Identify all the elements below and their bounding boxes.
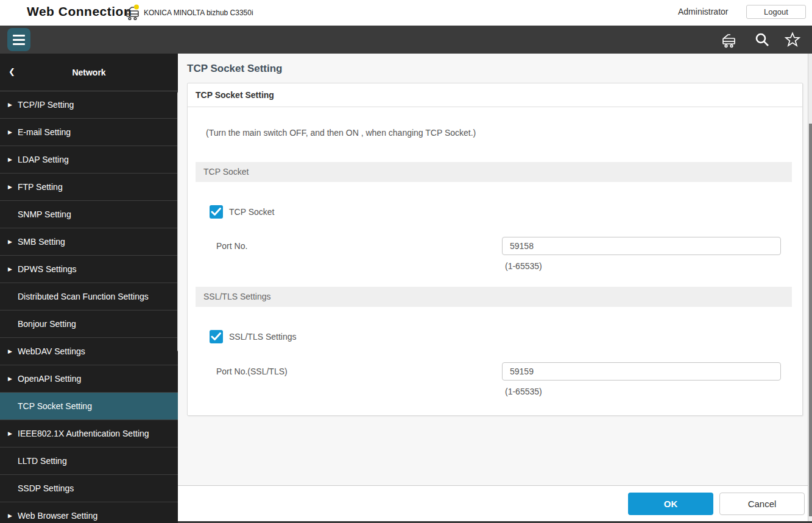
expand-arrow-icon: ▶ bbox=[8, 102, 12, 108]
sidebar-item-label: TCP Socket Setting bbox=[18, 401, 92, 411]
sidebar-item-webdav-settings[interactable]: ▶WebDAV Settings bbox=[0, 338, 178, 365]
sidebar-item-label: Distributed Scan Function Settings bbox=[18, 292, 149, 301]
port-no-label: Port No. bbox=[216, 241, 247, 251]
expand-arrow-icon: ▶ bbox=[8, 513, 12, 519]
sidebar-item-e-mail-setting[interactable]: ▶E-mail Setting bbox=[0, 119, 178, 146]
port-no-ssl-label: Port No.(SSL/TLS) bbox=[216, 367, 288, 376]
port-range-hint: (1-65535) bbox=[505, 261, 542, 271]
logged-in-user: Administrator bbox=[678, 7, 728, 16]
expand-arrow-icon: ▶ bbox=[8, 348, 12, 354]
sidebar-item-ldap-setting[interactable]: ▶LDAP Setting bbox=[0, 146, 178, 174]
app-header: Web Connection KONICA MINOLTA bizhub C33… bbox=[0, 0, 812, 26]
expand-arrow-icon: ▶ bbox=[8, 430, 12, 437]
page-scrollbar[interactable] bbox=[808, 54, 812, 523]
sidebar-item-label: IEEE802.1X Authentication Setting bbox=[18, 429, 149, 438]
favorite-star-icon[interactable] bbox=[784, 31, 801, 48]
sidebar-item-dpws-settings[interactable]: ▶DPWS Settings bbox=[0, 256, 178, 283]
sidebar-item-label: SNMP Setting bbox=[18, 209, 71, 219]
sidebar-item-bonjour-setting[interactable]: Bonjour Setting bbox=[0, 311, 178, 338]
toolbar bbox=[0, 26, 812, 54]
sidebar-item-label: LLTD Setting bbox=[18, 456, 67, 466]
section-band-tcp-socket: TCP Socket bbox=[196, 162, 792, 182]
page-title: TCP Socket Setting bbox=[187, 63, 283, 75]
sidebar-item-label: Bonjour Setting bbox=[18, 319, 76, 329]
tcp-socket-setting-card: TCP Socket Setting (Turn the main switch… bbox=[187, 83, 803, 416]
ssl-tls-checkbox-label: SSL/TLS Settings bbox=[229, 332, 297, 342]
menu-hamburger-button[interactable] bbox=[7, 28, 30, 51]
sidebar-menu: ▶TCP/IP Setting▶E-mail Setting▶LDAP Sett… bbox=[0, 91, 178, 523]
port-no-input[interactable] bbox=[502, 237, 781, 255]
web-connection-logo: Web Connection bbox=[27, 4, 132, 19]
cancel-button[interactable]: Cancel bbox=[719, 493, 805, 515]
sidebar-item-tcp-socket-setting[interactable]: TCP Socket Setting bbox=[0, 393, 178, 420]
expand-arrow-icon: ▶ bbox=[8, 239, 12, 245]
sidebar-item-lltd-setting[interactable]: LLTD Setting bbox=[0, 448, 178, 475]
tcp-socket-checkbox[interactable] bbox=[210, 205, 223, 219]
sidebar-header: ❮ Network bbox=[0, 54, 178, 91]
sidebar-item-label: Web Browser Setting bbox=[18, 511, 97, 521]
sidebar-item-smb-setting[interactable]: ▶SMB Setting bbox=[0, 228, 178, 256]
action-footer: OK Cancel bbox=[178, 485, 808, 521]
device-copier-icon bbox=[125, 4, 141, 21]
sidebar-item-label: E-mail Setting bbox=[18, 127, 71, 137]
sidebar-item-label: WebDAV Settings bbox=[18, 346, 85, 356]
sidebar-item-label: FTP Setting bbox=[18, 182, 63, 192]
sidebar-item-label: LDAP Setting bbox=[18, 155, 69, 164]
expand-arrow-icon: ▶ bbox=[8, 266, 12, 272]
sidebar-network-menu: ❮ Network ▶TCP/IP Setting▶E-mail Setting… bbox=[0, 54, 178, 523]
sidebar-item-label: SMB Setting bbox=[18, 237, 65, 247]
sidebar-item-openapi-setting[interactable]: ▶OpenAPI Setting bbox=[0, 365, 178, 393]
status-dot bbox=[134, 5, 139, 10]
sidebar-item-label: SSDP Settings bbox=[18, 483, 74, 493]
sidebar-item-label: DPWS Settings bbox=[18, 264, 76, 274]
page-scrollbar-thumb[interactable] bbox=[809, 124, 812, 516]
port-ssl-range-hint: (1-65535) bbox=[505, 387, 542, 396]
device-status-icon[interactable] bbox=[721, 31, 738, 48]
ok-button[interactable]: OK bbox=[628, 493, 713, 515]
sidebar-item-ssdp-settings[interactable]: SSDP Settings bbox=[0, 475, 178, 502]
sidebar-item-label: TCP/IP Setting bbox=[18, 100, 74, 110]
sidebar-item-snmp-setting[interactable]: SNMP Setting bbox=[0, 201, 178, 228]
sidebar-item-distributed-scan-function-settings[interactable]: Distributed Scan Function Settings bbox=[0, 283, 178, 311]
sidebar-item-ftp-setting[interactable]: ▶FTP Setting bbox=[0, 174, 178, 201]
sidebar-item-tcp-ip-setting[interactable]: ▶TCP/IP Setting bbox=[0, 91, 178, 119]
tcp-socket-checkbox-label: TCP Socket bbox=[229, 207, 274, 217]
card-header: TCP Socket Setting bbox=[188, 83, 802, 107]
expand-arrow-icon: ▶ bbox=[8, 376, 12, 382]
sidebar-item-ieee802-1x-authentication-setting[interactable]: ▶IEEE802.1X Authentication Setting bbox=[0, 420, 178, 448]
device-name: KONICA MINOLTA bizhub C3350i bbox=[144, 9, 253, 17]
main-content: TCP Socket Setting TCP Socket Setting (T… bbox=[178, 54, 808, 523]
logout-button[interactable]: Logout bbox=[746, 5, 806, 19]
expand-arrow-icon: ▶ bbox=[8, 156, 12, 163]
sidebar-item-web-browser-setting[interactable]: ▶Web Browser Setting bbox=[0, 502, 178, 523]
web-connection-page: Web Connection KONICA MINOLTA bizhub C33… bbox=[0, 0, 812, 523]
sidebar-title: Network bbox=[0, 68, 178, 77]
section-band-ssl-tls: SSL/TLS Settings bbox=[196, 287, 792, 307]
sidebar-item-label: OpenAPI Setting bbox=[18, 374, 81, 384]
expand-arrow-icon: ▶ bbox=[8, 184, 12, 190]
ssl-tls-checkbox[interactable] bbox=[210, 330, 223, 343]
expand-arrow-icon: ▶ bbox=[8, 129, 12, 135]
port-no-ssl-input[interactable] bbox=[502, 362, 781, 381]
switch-note: (Turn the main switch OFF, and then ON ,… bbox=[206, 128, 476, 138]
search-icon[interactable] bbox=[754, 31, 771, 48]
